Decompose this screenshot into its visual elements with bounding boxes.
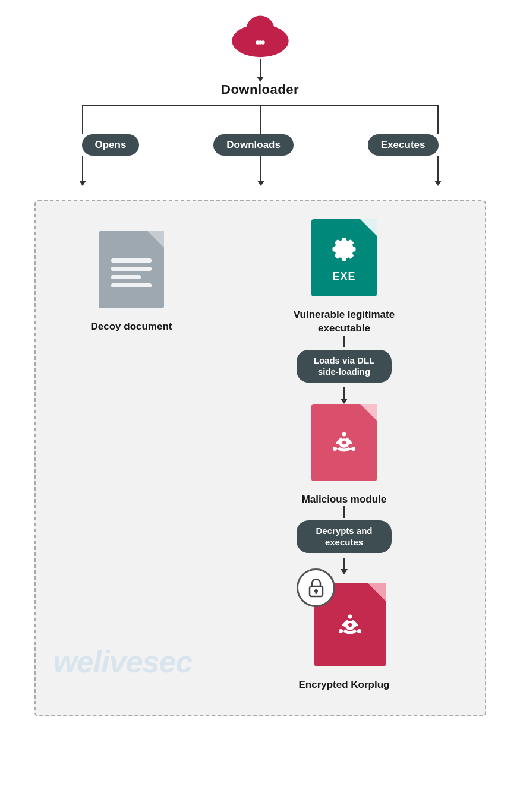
arrow-bottom [343,387,345,399]
exe-icon: EXE [311,219,377,296]
cloud-section [228,12,293,77]
lock-svg [305,576,327,599]
decoy-doc-section: Decoy document [66,219,197,333]
encrypted-korplug-icon [302,574,386,666]
arrow-top [343,336,345,347]
malicious-module-label: Malicious module [302,493,387,506]
svg-point-3 [246,16,275,45]
cloud-arrow [260,59,261,77]
exe-label-text: EXE [332,270,355,283]
biohazard-svg-2 [333,608,367,642]
executes-pill: Executes [368,134,439,156]
cloud-icon [228,12,293,59]
opens-pill: Opens [82,134,140,156]
svg-point-13 [351,447,355,451]
watermark: welivesec [53,644,193,680]
encrypted-korplug-label: Encrypted Korplug [298,678,389,691]
arrow-top [343,506,345,518]
svg-point-11 [341,440,347,446]
doc-line [111,283,152,287]
downloader-label: Downloader [221,82,299,97]
loads-dll-connector: Loads via DLL side-loading [297,336,392,399]
doc-line [111,258,152,263]
svg-point-6 [261,40,264,44]
loads-dll-pill: Loads via DLL side-loading [297,350,392,383]
svg-rect-17 [315,591,317,594]
doc-line [111,267,152,271]
decrypts-connector: Decrypts and executes [297,506,392,570]
svg-point-25 [339,629,343,633]
decoy-doc-icon [99,231,164,308]
doc-line [111,275,141,279]
right-chain-section: EXE Vulnerable legitimateexecutable Load… [234,219,454,691]
gear-svg [329,233,360,264]
downloads-pill: Downloads [213,134,294,156]
svg-point-22 [347,622,353,628]
svg-point-24 [357,629,361,633]
diagram-container: Downloader Opens Downloads Executes [17,12,504,716]
svg-point-12 [342,432,346,436]
svg-point-14 [333,447,337,451]
arrow-bottom-2 [343,558,345,570]
decoy-doc-label: Decoy document [91,320,172,333]
exe-label: Vulnerable legitimateexecutable [294,308,395,336]
biohazard-svg [327,425,361,460]
lock-circle [297,568,335,607]
dashed-content-box: welivesec Decoy document [34,200,486,716]
svg-point-23 [348,614,352,618]
malicious-module-icon [311,404,377,481]
decrypts-pill: Decrypts and executes [297,520,392,553]
